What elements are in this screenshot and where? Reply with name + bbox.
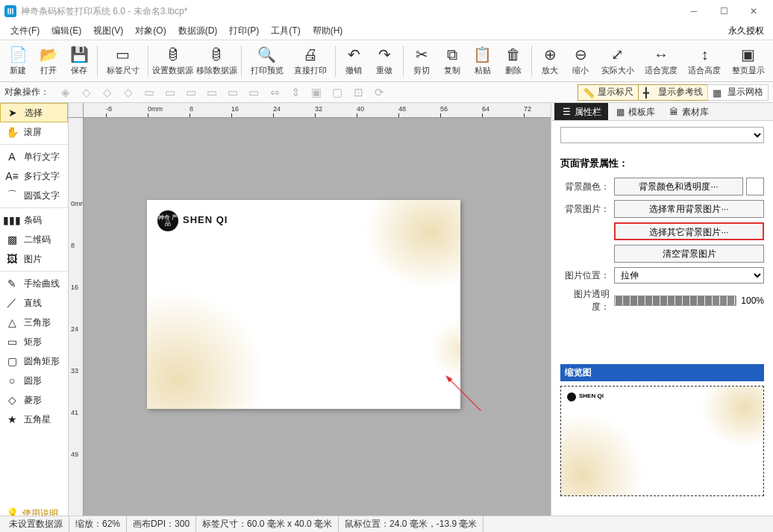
tool-label: 菱形 <box>24 394 42 407</box>
tab-templates[interactable]: ▦模板库 <box>608 103 662 120</box>
toggle-guide[interactable]: ╋显示参考线 <box>638 84 708 101</box>
toolbar-open-button[interactable]: 📂打开 <box>34 43 64 80</box>
layer-icon[interactable]: ◈ <box>57 84 75 101</box>
tool-label: 五角星 <box>24 413 51 426</box>
align-mid-icon[interactable]: ▭ <box>224 84 242 101</box>
toolbar-redo-button[interactable]: ↷重做 <box>369 43 400 80</box>
toolbar-preview-button[interactable]: 🔍打印预览 <box>245 43 288 80</box>
dist-h-icon[interactable]: ⇔ <box>266 84 284 101</box>
roundrect-icon: ▢ <box>6 355 18 367</box>
right-panel: ☰属性栏 ▦模板库 🏛素材库 页面背景属性： 背景颜色： 背景颜色和透明度···… <box>551 103 773 522</box>
layer-bottom-icon[interactable]: ◇ <box>119 84 137 101</box>
menu-item[interactable]: 对象(O) <box>129 22 172 40</box>
align-right-icon[interactable]: ▭ <box>182 84 200 101</box>
page-logo-text[interactable]: SHEN QI <box>183 214 228 225</box>
toolbar-fith-button[interactable]: ↕适合高度 <box>683 43 726 80</box>
maximize-button[interactable]: ☐ <box>709 1 739 22</box>
img-pos-select[interactable]: 拉伸 <box>614 267 764 284</box>
toolbar-separator <box>241 46 242 77</box>
ruler-h-tick: 40 <box>357 105 364 113</box>
menu-item[interactable]: 文件(F) <box>4 22 46 40</box>
close-button[interactable]: ✕ <box>739 1 769 22</box>
preview-icon: 🔍 <box>258 46 276 63</box>
tool-diamond[interactable]: ◇菱形 <box>0 390 68 410</box>
tool-triangle[interactable]: △三角形 <box>0 313 68 332</box>
body-area: ➤选择✋滚屏A单行文字A≡多行文字⌒圆弧文字▮▮▮条码▩二维码🖼图片✎手绘曲线／… <box>0 103 773 522</box>
tool-rect[interactable]: ▭矩形 <box>0 332 68 351</box>
tool-arctext[interactable]: ⌒圆弧文字 <box>0 186 68 205</box>
dbset-icon: 🛢 <box>164 46 182 63</box>
toolbar-fitall-button[interactable]: ▣整页显示 <box>727 43 770 80</box>
menu-item[interactable]: 数据源(D) <box>172 22 224 40</box>
tool-mtext[interactable]: A≡多行文字 <box>0 166 68 186</box>
toolbar-dbset-button[interactable]: 🛢设置数据源 <box>151 43 195 80</box>
tool-qrcode[interactable]: ▩二维码 <box>0 230 68 249</box>
toolbar-save-button[interactable]: 💾保存 <box>64 43 95 80</box>
status-dpi: 画布DPI：300 <box>127 516 196 532</box>
toolbar-undo-button[interactable]: ↶撤销 <box>339 43 369 80</box>
bg-color-button[interactable]: 背景颜色和透明度··· <box>614 178 743 195</box>
align-top-icon[interactable]: ▭ <box>203 84 221 101</box>
toolbar-fitw-button[interactable]: ↔适合宽度 <box>639 43 683 80</box>
img-alpha-label: 图片透明度： <box>560 288 614 313</box>
bg-image-clear-button[interactable]: 清空背景图片 <box>614 245 764 263</box>
toolbar-dbdel-button[interactable]: 🛢移除数据源 <box>195 43 238 80</box>
layer-up-icon[interactable]: ◇ <box>78 84 96 101</box>
toggle-guide-label: 显示参考线 <box>658 86 703 98</box>
toolbar-size-button[interactable]: ▭标签尺寸 <box>101 43 144 80</box>
page-logo-circle[interactable]: 神奇 产品 <box>157 210 178 231</box>
toolbar-actual-button[interactable]: ⤢实际大小 <box>596 43 639 80</box>
toolbar-cut-button[interactable]: ✂剪切 <box>407 43 437 80</box>
lock-icon[interactable]: ⊡ <box>349 84 367 101</box>
menu-item[interactable]: 工具(T) <box>265 22 306 40</box>
canvas-viewport[interactable]: 神奇 产品 SHEN QI <box>84 118 551 522</box>
toggle-ruler[interactable]: 📏显示标尺 <box>578 84 639 101</box>
toggle-grid[interactable]: ▦显示网格 <box>707 84 769 101</box>
label-page[interactable]: 神奇 产品 SHEN QI <box>147 200 460 409</box>
tool-line[interactable]: ／直线 <box>0 293 68 313</box>
tab-assets[interactable]: 🏛素材库 <box>662 103 716 120</box>
tool-circle[interactable]: ○圆形 <box>0 371 68 390</box>
group-icon[interactable]: ▣ <box>307 84 325 101</box>
guide-icon: ╋ <box>643 87 655 98</box>
toolbar-zoomout-button[interactable]: ⊖缩小 <box>566 43 596 80</box>
toolbar-copy-button[interactable]: ⧉复制 <box>436 43 467 80</box>
star-icon: ★ <box>6 413 18 425</box>
align-left-icon[interactable]: ▭ <box>140 84 158 101</box>
bg-image-common-button[interactable]: 选择常用背景图片··· <box>614 200 764 218</box>
toolbar-new-button[interactable]: 📄新建 <box>3 43 34 80</box>
tool-hand[interactable]: ✋滚屏 <box>0 122 68 142</box>
bg-wash-3 <box>431 319 460 379</box>
toolbar-paste-button[interactable]: 📋粘贴 <box>467 43 498 80</box>
tool-pointer[interactable]: ➤选择 <box>0 103 68 122</box>
thumbnail-preview[interactable]: SHEN QI <box>560 386 764 496</box>
menu-item[interactable]: 打印(P) <box>223 22 265 40</box>
tool-image[interactable]: 🖼图片 <box>0 249 68 269</box>
ungroup-icon[interactable]: ▢ <box>328 84 346 101</box>
tab-properties[interactable]: ☰属性栏 <box>554 103 608 120</box>
tool-roundrect[interactable]: ▢圆角矩形 <box>0 351 68 371</box>
img-alpha-slider[interactable] <box>614 295 736 306</box>
bg-image-other-button[interactable]: 选择其它背景图片··· <box>614 222 764 240</box>
bg-color-swatch[interactable] <box>746 178 764 195</box>
menu-item[interactable]: 视图(V) <box>87 22 129 40</box>
minimize-button[interactable]: ─ <box>679 1 709 22</box>
toolbar-separator <box>97 46 98 77</box>
toolbar-label: 粘贴 <box>475 65 491 76</box>
toolbar-zoomin-button[interactable]: ⊕放大 <box>535 43 566 80</box>
menu-item[interactable]: 编辑(E) <box>46 22 87 40</box>
dist-v-icon[interactable]: ⇕ <box>287 84 304 101</box>
page-selector-combo[interactable] <box>560 127 764 143</box>
toolbar-print-button[interactable]: 🖨直接打印 <box>289 43 332 80</box>
rotate-icon[interactable]: ⟳ <box>370 84 388 101</box>
tool-freehand[interactable]: ✎手绘曲线 <box>0 274 68 293</box>
status-mouse-pos: 鼠标位置：24.0 毫米，-13.9 毫米 <box>339 516 483 532</box>
tool-barcode[interactable]: ▮▮▮条码 <box>0 210 68 230</box>
align-center-icon[interactable]: ▭ <box>161 84 179 101</box>
menu-item[interactable]: 帮助(H) <box>307 22 349 40</box>
tool-star[interactable]: ★五角星 <box>0 410 68 429</box>
tool-text[interactable]: A单行文字 <box>0 147 68 166</box>
toolbar-delete-button[interactable]: 🗑删除 <box>498 43 528 80</box>
align-bottom-icon[interactable]: ▭ <box>245 84 263 101</box>
layer-down-icon[interactable]: ◇ <box>98 84 116 101</box>
